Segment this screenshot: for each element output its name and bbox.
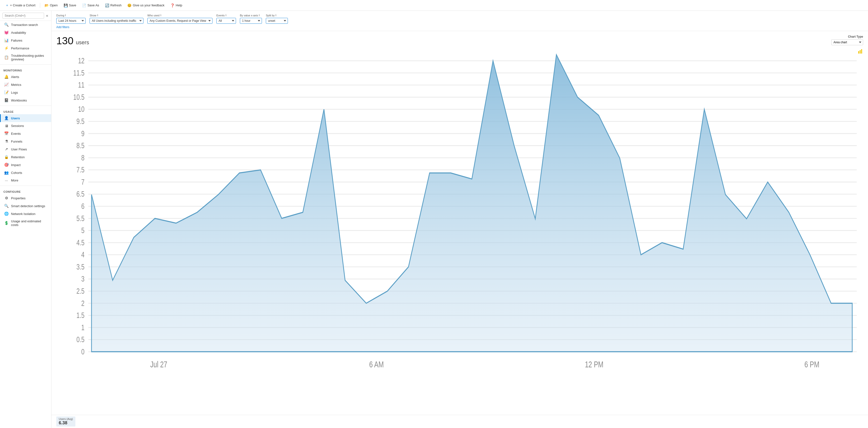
sessions-icon: 🖥 bbox=[4, 124, 8, 128]
failures-icon: 📊 bbox=[4, 38, 8, 42]
content-area: During ℹ Last 24 hours Last 48 hours Las… bbox=[52, 11, 868, 428]
sidebar-item-usage-costs[interactable]: 💲 Usage and estimated costs bbox=[0, 218, 51, 228]
main-layout: « 🔍 Transaction search 💓 Availability 📊 … bbox=[0, 11, 868, 428]
troubleshooting-icon: 📋 bbox=[4, 55, 8, 60]
svg-text:0.5: 0.5 bbox=[76, 335, 85, 344]
area-chart-fill bbox=[92, 55, 852, 352]
svg-text:4: 4 bbox=[81, 251, 85, 259]
search-input[interactable] bbox=[2, 13, 44, 19]
svg-text:12: 12 bbox=[78, 57, 85, 65]
tooltip-label: Users (Avg) bbox=[59, 418, 73, 420]
split-by-select[interactable]: unset bbox=[266, 18, 288, 24]
during-info-icon[interactable]: ℹ bbox=[65, 14, 66, 17]
chart-type-label: Chart Type bbox=[848, 35, 863, 38]
svg-text:9.5: 9.5 bbox=[76, 117, 85, 126]
save-button[interactable]: 💾 Save bbox=[61, 2, 79, 8]
plus-icon: ＋ bbox=[5, 3, 9, 8]
svg-text:1.5: 1.5 bbox=[76, 311, 85, 320]
retention-icon: 🔒 bbox=[4, 155, 8, 159]
sidebar-item-cohorts[interactable]: 👥 Cohorts bbox=[0, 169, 51, 176]
svg-text:5: 5 bbox=[81, 226, 85, 235]
save-as-button[interactable]: 📄 Save As bbox=[80, 2, 101, 8]
svg-text:3: 3 bbox=[81, 275, 85, 283]
network-isolation-icon: 🌐 bbox=[4, 211, 8, 216]
workbooks-icon: 📓 bbox=[4, 98, 8, 102]
during-filter-group: During ℹ Last 24 hours Last 48 hours Las… bbox=[56, 14, 86, 24]
sidebar-item-failures[interactable]: 📊 Failures bbox=[0, 36, 51, 44]
svg-text:6 PM: 6 PM bbox=[804, 360, 819, 369]
sidebar-item-logs[interactable]: 📝 Logs bbox=[0, 89, 51, 96]
sidebar-item-events[interactable]: 📅 Events bbox=[0, 130, 51, 137]
svg-text:4.5: 4.5 bbox=[76, 238, 85, 247]
sidebar-item-alerts[interactable]: 🔔 Alerts bbox=[0, 73, 51, 81]
transaction-search-icon: 🔍 bbox=[4, 23, 8, 27]
sidebar-item-metrics[interactable]: 📈 Metrics bbox=[0, 81, 51, 89]
sidebar-item-user-flows[interactable]: ↗ User Flows bbox=[0, 145, 51, 153]
sidebar-divider-3 bbox=[0, 186, 51, 186]
during-select[interactable]: Last 24 hours Last 48 hours Last 7 days … bbox=[56, 18, 86, 24]
sidebar-collapse-button[interactable]: « bbox=[45, 13, 49, 18]
cohorts-icon: 👥 bbox=[4, 170, 8, 175]
open-button[interactable]: 📂 Open bbox=[42, 2, 60, 8]
during-label: During ℹ bbox=[56, 14, 86, 17]
chart-type-select[interactable]: Area chart Bar chart Line chart bbox=[831, 39, 863, 45]
svg-text:6.5: 6.5 bbox=[76, 190, 85, 198]
svg-text:6 AM: 6 AM bbox=[369, 360, 384, 369]
refresh-button[interactable]: 🔄 Refresh bbox=[102, 2, 124, 8]
split-by-filter-group: Split by ℹ unset bbox=[266, 14, 288, 24]
sidebar-item-sessions[interactable]: 🖥 Sessions bbox=[0, 122, 51, 130]
who-used-select[interactable]: Any Custom Events, Request or Page View … bbox=[147, 18, 213, 24]
events-select[interactable]: All bbox=[216, 18, 236, 24]
toolbar: ＋ + Create a Cohort 📂 Open 💾 Save 📄 Save… bbox=[0, 0, 868, 11]
sidebar-item-workbooks[interactable]: 📓 Workbooks bbox=[0, 96, 51, 104]
powerbi-icon[interactable] bbox=[858, 49, 863, 55]
events-filter-group: Events ℹ All bbox=[216, 14, 236, 24]
sidebar-item-properties[interactable]: ⚙ Properties bbox=[0, 194, 51, 202]
tooltip-box: Users (Avg) 6.38 bbox=[56, 417, 75, 427]
events-info-icon[interactable]: ℹ bbox=[225, 14, 226, 17]
save-as-icon: 📄 bbox=[82, 3, 86, 7]
filters-bar: During ℹ Last 24 hours Last 48 hours Las… bbox=[52, 11, 868, 31]
show-info-icon[interactable]: ℹ bbox=[97, 14, 98, 17]
users-count-display: 130 users bbox=[56, 35, 89, 47]
by-value-info-icon[interactable]: ℹ bbox=[259, 14, 260, 17]
sidebar-item-smart-detection[interactable]: 🔍 Smart detection settings bbox=[0, 202, 51, 210]
users-icon: 👤 bbox=[4, 116, 8, 120]
who-used-info-icon[interactable]: ℹ bbox=[160, 14, 161, 17]
filter-row: During ℹ Last 24 hours Last 48 hours Las… bbox=[56, 14, 863, 24]
sidebar-item-transaction-search[interactable]: 🔍 Transaction search bbox=[0, 21, 51, 29]
smart-detection-icon: 🔍 bbox=[4, 204, 8, 208]
svg-text:2.5: 2.5 bbox=[76, 287, 85, 295]
events-label: Events ℹ bbox=[216, 14, 236, 17]
show-label: Show ℹ bbox=[90, 14, 144, 17]
svg-text:8.5: 8.5 bbox=[76, 141, 85, 150]
chart-type-group: Chart Type Area chart Bar chart Line cha… bbox=[831, 35, 863, 45]
show-select[interactable]: All Users including synthetic traffic Au… bbox=[90, 18, 144, 24]
sidebar-item-performance[interactable]: ⚡ Performance bbox=[0, 44, 51, 52]
user-flows-icon: ↗ bbox=[4, 147, 8, 152]
events-icon: 📅 bbox=[4, 131, 8, 136]
create-cohort-button[interactable]: ＋ + Create a Cohort bbox=[3, 2, 38, 9]
by-value-select[interactable]: 1 hour 6 hours 12 hours 1 day bbox=[240, 18, 262, 24]
alerts-icon: 🔔 bbox=[4, 75, 8, 79]
svg-text:12 PM: 12 PM bbox=[585, 360, 603, 369]
performance-icon: ⚡ bbox=[4, 46, 8, 51]
help-button[interactable]: ❓ Help bbox=[168, 2, 185, 8]
sidebar-item-more[interactable]: ··· More bbox=[0, 176, 51, 184]
sidebar-item-funnels[interactable]: ⚗ Funnels bbox=[0, 137, 51, 145]
sidebar: « 🔍 Transaction search 💓 Availability 📊 … bbox=[0, 11, 52, 428]
refresh-icon: 🔄 bbox=[105, 3, 109, 7]
split-by-info-icon[interactable]: ℹ bbox=[275, 14, 276, 17]
add-filters-link[interactable]: Add filters bbox=[56, 26, 69, 29]
sidebar-item-network-isolation[interactable]: 🌐 Network Isolation bbox=[0, 210, 51, 218]
feedback-button[interactable]: 😊 Give us your feedback bbox=[125, 2, 167, 8]
logs-icon: 📝 bbox=[4, 90, 8, 95]
sidebar-item-users[interactable]: 👤 Users bbox=[0, 114, 51, 122]
sidebar-item-retention[interactable]: 🔒 Retention bbox=[0, 153, 51, 161]
feedback-icon: 😊 bbox=[127, 3, 131, 7]
svg-text:8: 8 bbox=[81, 153, 85, 162]
help-icon: ❓ bbox=[170, 3, 175, 7]
sidebar-item-impact[interactable]: 🎯 Impact bbox=[0, 161, 51, 169]
sidebar-item-availability[interactable]: 💓 Availability bbox=[0, 29, 51, 36]
sidebar-item-troubleshooting[interactable]: 📋 Troubleshooting guides (preview) bbox=[0, 52, 51, 63]
